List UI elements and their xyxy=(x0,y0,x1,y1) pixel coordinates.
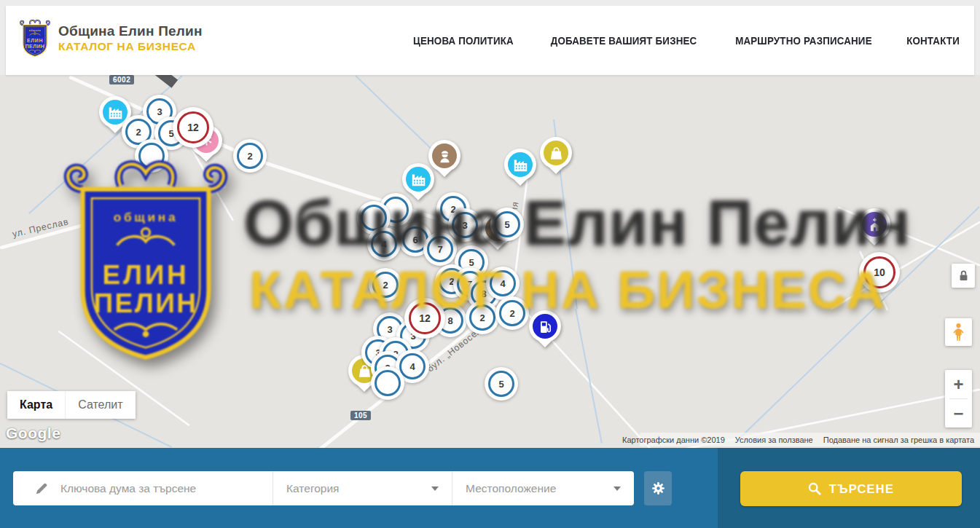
search-submit-button[interactable]: ТЪРСЕНЕ xyxy=(740,471,962,506)
svg-text:ЕЛИН: ЕЛИН xyxy=(103,259,189,290)
google-logo: Google xyxy=(6,425,60,442)
google-map[interactable]: 6002 105 ул. Преслав бул. „Новосел ция 3… xyxy=(0,75,980,448)
chevron-down-icon xyxy=(431,486,439,491)
search-button-label: ТЪРСЕНЕ xyxy=(829,482,894,496)
map-type-satellite-button[interactable]: Сателит xyxy=(65,391,135,419)
watermark-subtitle: КАТАЛОГ НА БИЗНЕСА xyxy=(249,259,886,320)
map-lock-button[interactable] xyxy=(952,264,975,288)
zoom-in-button[interactable]: + xyxy=(945,370,972,398)
pegman-icon xyxy=(952,323,965,342)
attribution-data: Картографски данни ©2019 xyxy=(622,436,725,444)
category-select[interactable]: Категория xyxy=(273,471,452,505)
nav-item-pricing[interactable]: ЦЕНОВА ПОЛИТИКА xyxy=(413,35,514,47)
zoom-control: + − xyxy=(945,370,972,427)
svg-text:община: община xyxy=(29,29,42,32)
svg-text:ЕЛИН: ЕЛИН xyxy=(27,38,43,43)
map-type-map-button[interactable]: Карта xyxy=(7,391,65,419)
nav-item-transport-schedule[interactable]: МАРШРУТНО РАЗПИСАНИЕ xyxy=(735,35,872,47)
keyword-search-input[interactable] xyxy=(59,481,244,496)
location-select[interactable]: Местоположение xyxy=(452,471,634,505)
map-cluster[interactable]: 12 xyxy=(173,107,213,148)
site-brand[interactable]: община ЕЛИН ПЕЛИН Община Елин Пелин КАТА… xyxy=(18,18,203,58)
map-pin-factory[interactable] xyxy=(504,149,536,189)
map-cluster[interactable]: 5 xyxy=(485,367,518,401)
svg-text:ПЕЛИН: ПЕЛИН xyxy=(26,44,45,49)
chevron-down-icon xyxy=(614,486,621,491)
search-fields: Категория Местоположение xyxy=(13,471,634,505)
nav-item-contacts[interactable]: КОНТАКТИ xyxy=(906,35,960,47)
svg-text:ПЕЛИН: ПЕЛИН xyxy=(93,288,197,318)
page-top-strip xyxy=(0,0,980,6)
map-attribution: Картографски данни ©2019 Условия за полз… xyxy=(640,433,980,446)
map-cluster[interactable]: 2 xyxy=(233,139,267,173)
svg-text:община: община xyxy=(114,210,179,224)
street-view-pegman-button[interactable] xyxy=(945,318,972,346)
municipality-crest-logo: община ЕЛИН ПЕЛИН xyxy=(18,18,52,58)
map-type-control: Карта Сателит xyxy=(7,391,136,419)
keyword-field-wrap xyxy=(13,471,273,505)
zoom-out-button[interactable]: − xyxy=(945,399,972,427)
category-select-value: Категория xyxy=(286,482,339,495)
watermark-crest: община ЕЛИН ПЕЛИН xyxy=(55,155,236,362)
site-title: Община Елин Пелин xyxy=(58,23,203,39)
advanced-settings-button[interactable] xyxy=(644,471,672,505)
site-header: община ЕЛИН ПЕЛИН Община Елин Пелин КАТА… xyxy=(6,6,974,75)
attribution-report-link[interactable]: Подаване на сигнал за грешка в картата xyxy=(823,436,974,444)
gear-icon xyxy=(651,481,665,495)
watermark-title: Община Елин Пелин xyxy=(243,186,911,260)
lock-icon xyxy=(958,269,969,282)
site-subtitle: КАТАЛОГ НА БИЗНЕСА xyxy=(58,39,203,53)
search-icon xyxy=(808,482,821,495)
main-nav: ЦЕНОВА ПОЛИТИКА ДОБАВЕТЕ ВАШИЯТ БИЗНЕС М… xyxy=(409,6,962,75)
road-badge-6002: 6002 xyxy=(109,75,134,84)
nav-item-add-business[interactable]: ДОБАВЕТЕ ВАШИЯТ БИЗНЕС xyxy=(551,35,697,47)
map-cluster[interactable] xyxy=(371,366,404,400)
pencil-icon xyxy=(35,481,49,495)
location-select-value: Местоположение xyxy=(466,482,556,495)
attribution-terms-link[interactable]: Условия за ползване xyxy=(735,436,813,444)
road-badge-105: 105 xyxy=(350,411,371,420)
search-bar: Категория Местоположение ТЪРСЕНЕ xyxy=(0,448,980,528)
map-pin-bag[interactable] xyxy=(540,137,572,178)
